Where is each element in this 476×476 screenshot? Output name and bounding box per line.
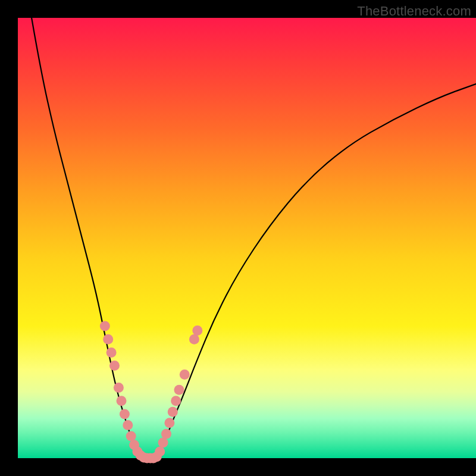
data-marker [123,420,133,430]
curves-group [32,18,476,458]
chart-svg [18,18,476,458]
data-marker [171,396,181,406]
data-marker [161,429,171,439]
chart-frame: TheBottleneck.com [0,0,476,476]
data-marker [107,347,117,358]
data-marker [117,396,127,406]
data-marker [189,334,199,345]
plot-area [18,18,476,458]
watermark-text: TheBottleneck.com [357,4,471,19]
markers-left [100,321,155,464]
data-marker [120,409,130,419]
data-marker [100,321,110,331]
right-curve [155,84,476,458]
left-curve [32,18,142,458]
data-marker [109,361,120,371]
data-marker [126,431,136,441]
data-marker [180,369,190,380]
data-marker [174,385,184,395]
data-marker [158,438,168,448]
data-marker [168,407,178,417]
data-marker [164,418,174,428]
data-marker [192,325,202,336]
data-marker [103,334,113,345]
markers-right [148,325,202,464]
data-marker [155,446,165,456]
data-marker [114,383,124,393]
